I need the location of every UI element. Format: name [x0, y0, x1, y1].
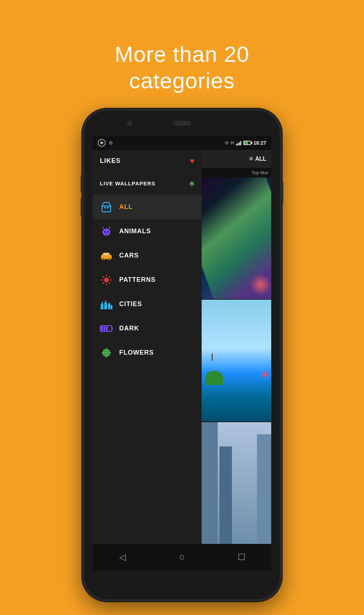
category-all[interactable]: ALL: [93, 195, 202, 219]
svg-point-2: [104, 231, 106, 232]
nav-bar: ◁ ○ ☐: [93, 544, 271, 571]
svg-rect-18: [101, 304, 103, 309]
back-icon: ◁: [119, 552, 126, 562]
preview-panel: ≡ ALL Top Mor: [202, 150, 271, 544]
svg-rect-7: [104, 253, 108, 255]
status-left-icons: ⚙: [98, 139, 113, 147]
svg-rect-19: [101, 303, 103, 304]
back-button[interactable]: ◁: [113, 548, 131, 566]
svg-rect-23: [105, 300, 106, 302]
status-camera-icon: [98, 139, 106, 147]
patterns-icon: [100, 274, 113, 286]
likes-menu-item[interactable]: LIKES ♥: [93, 150, 202, 172]
phone-top: [84, 111, 280, 136]
power-button[interactable]: [281, 182, 283, 204]
svg-rect-33: [101, 326, 103, 331]
svg-point-40: [107, 352, 111, 354]
svg-line-16: [103, 282, 104, 284]
cars-icon: [100, 249, 113, 262]
category-dark[interactable]: DARK: [93, 316, 202, 341]
svg-point-5: [102, 258, 105, 260]
svg-rect-25: [109, 302, 110, 304]
all-icon: [100, 201, 113, 214]
signal-type-icon: H: [231, 140, 234, 145]
signal-bars-icon: [236, 140, 241, 145]
recent-icon: ☐: [238, 552, 246, 562]
app-content: LIKES ♥ LIVE WALLPAPERS ♣: [93, 150, 271, 544]
headline-line2: categories: [129, 68, 235, 93]
home-icon: ○: [179, 551, 185, 563]
category-animals[interactable]: ANIMALS: [93, 219, 202, 244]
svg-rect-20: [102, 301, 103, 303]
svg-point-1: [102, 229, 110, 236]
heart-icon: ♥: [190, 156, 194, 166]
status-android-icon: ⚙: [108, 140, 113, 146]
svg-rect-0: [102, 206, 111, 212]
category-cars[interactable]: CARS: [93, 244, 202, 268]
preview-top-bar: ≡ ALL: [202, 150, 271, 168]
recent-button[interactable]: ☐: [233, 548, 251, 566]
svg-rect-29: [105, 304, 105, 305]
battery-icon: [243, 141, 251, 145]
live-wallpapers-label: LIVE WALLPAPERS: [100, 180, 189, 186]
all-filter-label: ALL: [255, 156, 266, 162]
category-patterns[interactable]: PATTERNS: [93, 268, 202, 292]
svg-line-14: [109, 282, 110, 284]
status-right-icons: ⊙ H 16:27: [225, 140, 266, 146]
headline: More than 20 categories: [115, 20, 249, 94]
cars-label: CARS: [119, 252, 139, 259]
svg-line-15: [109, 276, 110, 278]
top-more-label: Top Mor: [202, 168, 271, 178]
svg-rect-32: [112, 328, 113, 330]
animals-icon: [100, 225, 113, 238]
screen: ⚙ ⊙ H 16:27: [93, 136, 271, 571]
svg-point-39: [102, 352, 105, 354]
svg-rect-21: [104, 303, 107, 309]
menu-panel: LIKES ♥ LIVE WALLPAPERS ♣: [93, 150, 202, 544]
svg-rect-34: [103, 326, 105, 331]
volume-down-button[interactable]: [81, 198, 83, 216]
wifi-icon: ⊙: [225, 140, 229, 145]
svg-point-37: [105, 348, 107, 352]
svg-rect-35: [106, 326, 108, 331]
cities-label: CITIES: [119, 300, 142, 308]
home-button[interactable]: ○: [173, 548, 191, 566]
svg-rect-30: [106, 304, 107, 305]
svg-point-17: [105, 279, 107, 281]
volume-up-button[interactable]: [81, 175, 83, 193]
svg-rect-27: [101, 306, 102, 306]
svg-point-36: [105, 351, 108, 354]
svg-point-3: [107, 231, 108, 232]
svg-rect-28: [102, 306, 103, 306]
all-label: ALL: [119, 203, 133, 211]
live-wallpapers-menu-item[interactable]: LIVE WALLPAPERS ♣: [93, 172, 202, 195]
wallpaper-stack: [202, 178, 271, 544]
cities-icon: [100, 298, 113, 311]
svg-rect-26: [111, 305, 112, 309]
flowers-label: FLOWERS: [119, 349, 154, 356]
category-flowers[interactable]: FLOWERS: [93, 341, 202, 365]
svg-rect-24: [108, 304, 110, 309]
all-filter-button[interactable]: ≡ ALL: [249, 155, 266, 162]
animals-label: ANIMALS: [119, 228, 151, 235]
phone-shell: ⚙ ⊙ H 16:27: [82, 109, 282, 601]
front-camera: [127, 121, 132, 126]
svg-point-38: [105, 354, 107, 358]
flowers-icon: [100, 346, 113, 359]
wallpaper-city[interactable]: [202, 422, 271, 544]
svg-line-13: [103, 276, 104, 278]
status-time: 16:27: [253, 140, 266, 146]
wallpaper-aurora[interactable]: [202, 178, 271, 299]
dark-label: DARK: [119, 325, 139, 332]
status-bar: ⚙ ⊙ H 16:27: [93, 136, 271, 150]
wallpaper-beach[interactable]: [202, 300, 271, 421]
clover-icon: ♣: [189, 179, 194, 188]
headline-line1: More than 20: [115, 42, 249, 66]
dark-icon: [100, 322, 113, 335]
hamburger-icon: ≡: [249, 155, 253, 162]
category-cities[interactable]: CITIES: [93, 292, 202, 316]
svg-point-6: [108, 258, 110, 260]
speaker-grill: [173, 121, 191, 126]
patterns-label: PATTERNS: [119, 276, 156, 284]
likes-label: LIKES: [100, 157, 190, 165]
